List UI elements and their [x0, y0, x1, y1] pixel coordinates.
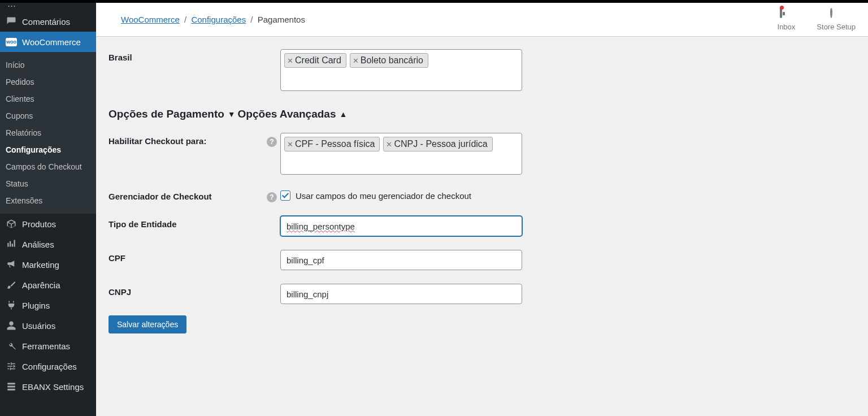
sidebar-item-label: Análises — [22, 240, 54, 249]
sidebar-sub-inicio[interactable]: Início — [0, 57, 96, 73]
section-title: Opções de Pagamento — [108, 108, 224, 120]
remove-icon[interactable]: ✕ — [287, 140, 293, 149]
label-cpf: CPF — [108, 250, 267, 263]
remove-icon[interactable]: ✕ — [287, 57, 293, 65]
help-icon[interactable]: ? — [267, 137, 277, 147]
cnpj-input[interactable] — [280, 284, 522, 304]
sidebar-sub-relatorios[interactable]: Relatórios — [0, 124, 96, 141]
sidebar-item-label: EBANX Settings — [22, 382, 84, 392]
spinner-icon — [830, 8, 843, 21]
sidebar-sub-clientes[interactable]: Clientes — [0, 90, 96, 107]
sidebar-sub-cupons[interactable]: Cupons — [0, 107, 96, 124]
sidebar-item-plugins[interactable]: Plugins — [0, 295, 96, 315]
sliders-icon — [6, 361, 17, 371]
inbox-label: Inbox — [778, 23, 796, 31]
sidebar-item-ebanx-settings[interactable]: EBANX Settings — [0, 376, 96, 397]
crumb-configuracoes[interactable]: Configurações — [191, 15, 246, 24]
main-panel: WooCommerce / Configurações / Pagamentos… — [96, 3, 868, 416]
sidebar-item-label: Configurações — [22, 362, 77, 371]
checkbox-use-manager-fields[interactable] — [280, 190, 290, 201]
sidebar-item-analises[interactable]: Análises — [0, 234, 96, 254]
section-advanced-options[interactable]: Opções Avançadas — [238, 108, 348, 120]
label-checkout-manager: Gerenciador de Checkout — [108, 188, 267, 201]
woocommerce-icon: woo — [6, 38, 17, 46]
admin-sidebar: ⋯ Comentários woo WooCommerce Início Ped… — [0, 0, 96, 416]
section-payment-options[interactable]: Opções de Pagamento — [108, 108, 236, 120]
sidebar-sub-pedidos[interactable]: Pedidos — [0, 73, 96, 90]
remove-icon[interactable]: ✕ — [386, 140, 392, 149]
sidebar-item-aparencia[interactable]: Aparência — [0, 275, 96, 295]
tag-label: Credit Card — [295, 55, 341, 66]
settings-form: Brasil ✕ Credit Card ✕ Boleto bancário — [96, 37, 868, 416]
megaphone-icon — [6, 259, 17, 270]
section-title: Opções Avançadas — [238, 108, 336, 120]
page-header: WooCommerce / Configurações / Pagamentos… — [96, 3, 868, 37]
sidebar-item-configuracoes[interactable]: Configurações — [0, 356, 96, 376]
sidebar-sub-campos-checkout[interactable]: Campos do Checkout — [0, 158, 96, 175]
tag-label: CNPJ - Pessoa jurídica — [394, 139, 487, 149]
header-inbox[interactable]: Inbox — [778, 8, 796, 31]
label-brasil: Brasil — [108, 49, 267, 62]
sidebar-item-label: Ferramentas — [22, 341, 70, 351]
checkbox-label: Usar campos do meu gerenciador de checko… — [296, 191, 471, 201]
inbox-icon — [780, 8, 792, 21]
ebanx-icon — [6, 382, 17, 392]
sidebar-item-produtos[interactable]: Produtos — [0, 214, 96, 234]
sidebar-sub-status[interactable]: Status — [0, 175, 96, 192]
label-enable-checkout-for: Habilitar Checkout para: — [108, 133, 267, 146]
sidebar-item-label: Comentários — [22, 17, 70, 27]
wrench-icon — [6, 341, 17, 351]
sidebar-item-label: Marketing — [22, 260, 59, 270]
sidebar-item-label: Produtos — [22, 219, 56, 229]
sidebar-sub-configuracoes[interactable]: Configurações — [0, 141, 96, 158]
header-store-setup[interactable]: Store Setup — [817, 8, 856, 31]
sidebar-sub-extensoes[interactable]: Extensões — [0, 192, 96, 209]
crumb-current: Pagamentos — [258, 15, 305, 24]
breadcrumb: WooCommerce / Configurações / Pagamentos — [121, 15, 305, 24]
brasil-multiselect[interactable]: ✕ Credit Card ✕ Boleto bancário — [280, 49, 522, 91]
sidebar-item-marketing[interactable]: Marketing — [0, 254, 96, 275]
sidebar-item-label: Aparência — [22, 280, 60, 290]
sidebar-item-woocommerce[interactable]: woo WooCommerce — [0, 32, 96, 52]
sidebar-item-comentarios[interactable]: Comentários — [0, 11, 96, 32]
crumb-sep: / — [250, 15, 253, 24]
user-icon — [6, 320, 17, 331]
admin-top-bar — [0, 0, 868, 3]
tag-label: CPF - Pessoa física — [295, 139, 375, 149]
brush-icon — [6, 280, 17, 290]
store-setup-label: Store Setup — [817, 23, 856, 31]
tag-cpf[interactable]: ✕ CPF - Pessoa física — [284, 137, 380, 151]
sidebar-submenu: Início Pedidos Clientes Cupons Relatório… — [0, 52, 96, 214]
tag-label: Boleto bancário — [361, 55, 423, 66]
crumb-woocommerce[interactable]: WooCommerce — [121, 15, 180, 24]
input-value: billing_persontype — [287, 222, 355, 231]
tag-cnpj[interactable]: ✕ CNPJ - Pessoa jurídica — [383, 137, 492, 151]
save-button[interactable]: Salvar alterações — [108, 315, 186, 333]
help-icon[interactable]: ? — [267, 192, 277, 202]
sidebar-item-usuarios[interactable]: Usuários — [0, 315, 96, 336]
label-cnpj: CNPJ — [108, 284, 267, 297]
remove-icon[interactable]: ✕ — [353, 57, 359, 65]
sidebar-item-label: WooCommerce — [22, 37, 81, 47]
checkout-manager-checkbox[interactable]: Usar campos do meu gerenciador de checko… — [280, 188, 522, 201]
tag-boleto[interactable]: ✕ Boleto bancário — [350, 53, 428, 68]
chart-icon — [6, 239, 17, 249]
cpf-input[interactable] — [280, 250, 522, 270]
tag-credit-card[interactable]: ✕ Credit Card — [284, 53, 346, 68]
crumb-sep: / — [184, 15, 186, 24]
label-entity-type: Tipo de Entidade — [108, 216, 267, 229]
sidebar-item-label: Usuários — [22, 321, 55, 331]
plug-icon — [6, 300, 17, 310]
enable-checkout-multiselect[interactable]: ✕ CPF - Pessoa física ✕ CNPJ - Pessoa ju… — [280, 133, 522, 175]
sidebar-item-ferramentas[interactable]: Ferramentas — [0, 336, 96, 356]
sidebar-item-label: Plugins — [22, 301, 50, 310]
comment-icon — [6, 16, 17, 27]
box-icon — [6, 219, 17, 229]
entity-type-input[interactable]: billing_persontype — [280, 216, 522, 236]
